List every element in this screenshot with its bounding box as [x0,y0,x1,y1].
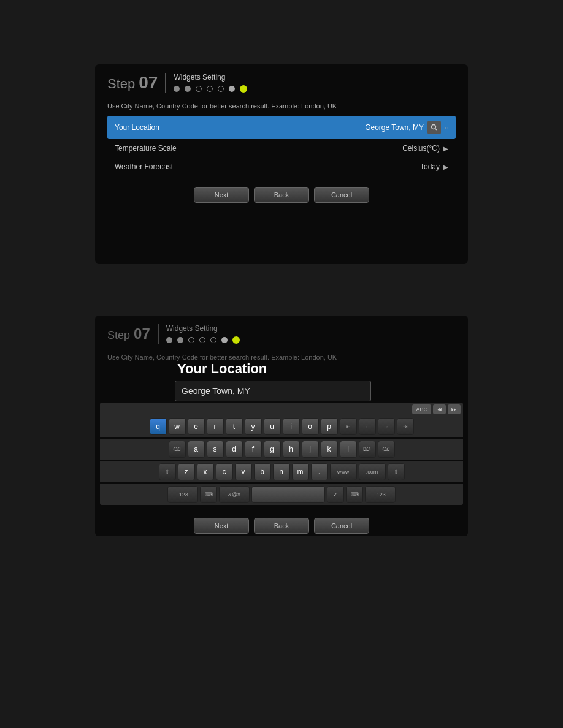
search-icon-btn[interactable] [427,121,441,134]
kb-key-y[interactable]: y [245,418,262,435]
back-button[interactable]: Back [254,187,309,203]
kb-key-h[interactable]: h [283,441,300,458]
location-settings-icon: ○ [445,124,448,131]
kb-key-end[interactable]: ⇥ [397,418,414,435]
kb-key-b[interactable]: b [254,463,271,480]
step-num-1: 07 [139,73,158,93]
weather-forecast-value-wrap: Today ▶ [420,162,448,171]
kb-key-v[interactable]: v [235,463,252,480]
kb-key-a[interactable]: a [188,441,205,458]
kb-next-btn[interactable]: ⏭ [448,404,461,414]
step-num-2: 07 [134,325,150,343]
next-button-2[interactable]: Next [194,518,249,534]
kb-key-www[interactable]: www [330,463,357,480]
kb-key-g[interactable]: g [264,441,281,458]
dot-2-2 [177,337,183,343]
kb-key-backspace-l[interactable]: ⌫ [169,441,186,458]
kb-key-k[interactable]: k [321,441,338,458]
widgets-setting-label-1: Widgets Setting [174,73,247,82]
kb-key-z[interactable]: z [178,463,195,480]
kb-key-space[interactable] [251,486,325,503]
location-input[interactable] [175,381,371,401]
kb-key-123-l[interactable]: .123 [167,486,198,503]
kb-key-l[interactable]: l [340,441,357,458]
button-row-2: Next Back Cancel [95,507,468,536]
kb-abc-btn[interactable]: ABC [412,404,431,414]
your-location-row[interactable]: Your Location George Town, MY ○ [107,116,456,139]
cancel-button[interactable]: Cancel [314,187,369,203]
header-divider-2 [158,324,159,344]
kb-key-j[interactable]: j [302,441,319,458]
panel-2: Step 07 Widgets Setting Use City Name, C… [95,316,468,536]
kb-key-w[interactable]: w [169,418,186,435]
step-label-1: Step 07 [107,73,158,93]
dot-2-6 [221,337,228,343]
back-button-2[interactable]: Back [254,518,309,534]
kb-key-dotcom[interactable]: .com [359,463,386,480]
widgets-setting-label-2: Widgets Setting [166,324,240,333]
kb-key-p[interactable]: p [321,418,338,435]
panel-2-header: Step 07 Widgets Setting [95,316,468,349]
kb-key-m[interactable]: m [292,463,309,480]
weather-forecast-label: Weather Forecast [115,162,173,171]
kb-key-ampersand[interactable]: &@# [219,486,250,503]
kb-key-t[interactable]: t [226,418,243,435]
kb-toolbar: ABC ⏮ ⏭ [100,403,463,416]
kb-key-left[interactable]: ← [359,418,376,435]
dot-1-3 [196,86,202,92]
kb-key-shift-r[interactable]: ⇧ [388,463,405,480]
header-right-1: Widgets Setting [174,73,247,93]
cancel-button-2[interactable]: Cancel [314,518,369,534]
kb-key-r[interactable]: r [207,418,224,435]
temperature-scale-row[interactable]: Temperature Scale Celsius(°C) ▶ [107,139,456,157]
kb-key-kbd-r[interactable]: ⌨ [346,486,363,503]
kb-row-qwerty: q w e r t y u i o p ⇤ ← → ⇥ [100,416,463,437]
dot-1-6 [229,86,235,92]
kb-key-period[interactable]: . [311,463,328,480]
progress-dots-2 [166,336,240,344]
kb-key-kbd-l[interactable]: ⌨ [200,486,217,503]
hint-text-1: Use City Name, Country Code for better s… [95,97,468,116]
kb-key-home[interactable]: ⇤ [340,418,357,435]
kb-key-123-r[interactable]: .123 [365,486,396,503]
svg-point-0 [431,125,435,129]
kb-key-s[interactable]: s [207,441,224,458]
next-button[interactable]: Next [194,187,249,203]
panel-1-header: Step 07 Widgets Setting [95,64,468,97]
weather-forecast-row[interactable]: Weather Forecast Today ▶ [107,157,456,176]
kb-key-enter[interactable]: ✓ [327,486,344,503]
kb-key-x[interactable]: x [197,463,214,480]
kb-key-f[interactable]: f [245,441,262,458]
kb-row-asdf: ⌫ a s d f g h j k l ⌦ ⌫ [100,439,463,460]
kb-key-e[interactable]: e [188,418,205,435]
step-label-2: Step 07 [107,325,150,343]
kb-key-u[interactable]: u [264,418,281,435]
dot-2-5 [210,337,216,343]
kb-prev-btn[interactable]: ⏮ [433,404,446,414]
weather-forecast-value: Today [420,162,440,171]
dot-1-2 [185,86,191,92]
kb-key-n[interactable]: n [273,463,290,480]
kb-key-o[interactable]: o [302,418,319,435]
dot-2-3 [188,337,194,343]
step-text-1: Step [107,76,135,92]
kb-row-zxcv: ⇧ z x c v b n m . www .com ⇧ [100,461,463,482]
header-right-2: Widgets Setting [166,324,240,344]
kb-key-c[interactable]: c [216,463,233,480]
step-text-2: Step [107,329,130,342]
kb-key-d[interactable]: d [226,441,243,458]
kb-key-shift-l[interactable]: ⇧ [159,463,176,480]
kb-key-q[interactable]: q [150,418,167,435]
kb-row-bottom: .123 ⌨ &@# ✓ ⌨ .123 [100,484,463,505]
kb-key-delete[interactable]: ⌦ [359,441,376,458]
kb-key-i[interactable]: i [283,418,300,435]
panel-1: Step 07 Widgets Setting Use City Name, C… [95,64,468,264]
settings-area-1: Your Location George Town, MY ○ Temperat… [95,116,468,176]
kb-key-right[interactable]: → [378,418,395,435]
dot-2-4 [199,337,205,343]
location-popup: Your Location [175,361,371,401]
temperature-scale-value: Celsius(°C) [402,144,440,153]
kb-key-backspace-r[interactable]: ⌫ [378,441,395,458]
dot-1-4 [207,86,213,92]
dot-1-5 [218,86,224,92]
